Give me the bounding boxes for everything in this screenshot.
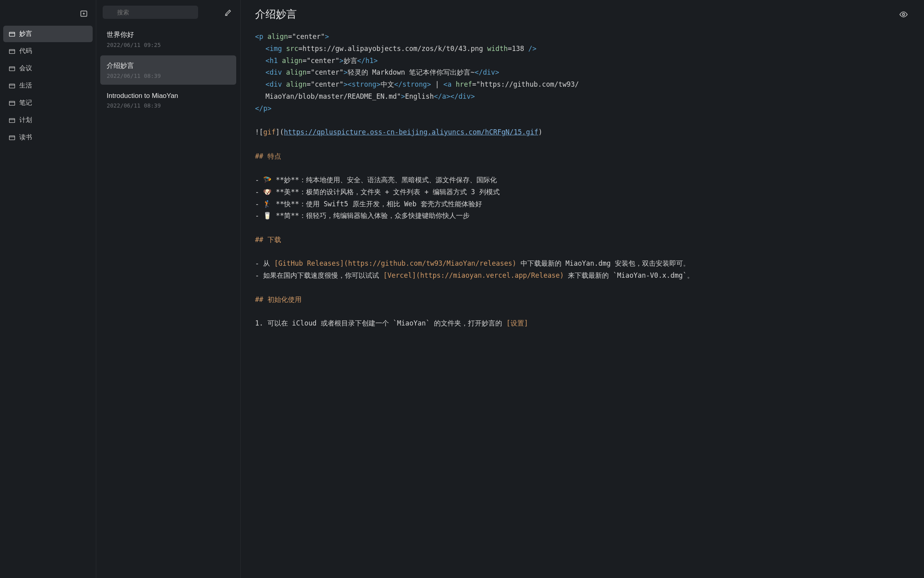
feat-2: - 🐶 **美**：极简的设计风格，文件夹 + 文件列表 + 编辑器方式 3 列…: [255, 186, 910, 198]
h2-init-mark: ##: [255, 295, 267, 303]
dl1-link-url: (https://github.com/tw93/MiaoYan/release…: [344, 259, 517, 267]
h2-download: 下载: [267, 236, 281, 244]
lang-cn: 中文: [381, 80, 394, 88]
folder-icon: [9, 134, 15, 141]
svg-rect-11: [9, 101, 14, 105]
folder-label: 读书: [19, 133, 32, 142]
dl2-link-text: [Vercel]: [383, 271, 416, 279]
folder-icon: [9, 117, 15, 124]
dl1-link-text: [GitHub Releases]: [274, 259, 344, 267]
feat-3: - 🏌🏽 **快**：使用 Swift5 原生开发，相比 Web 套壳方式性能体…: [255, 198, 910, 210]
h2-download-mark: ##: [255, 236, 267, 244]
lang-en: English: [405, 92, 434, 100]
note-title: 介绍妙言: [107, 61, 230, 70]
folder-item-notes[interactable]: 笔记: [3, 95, 93, 111]
note-title: Introduction to MiaoYan: [107, 92, 230, 100]
add-folder-icon: [80, 10, 88, 18]
svg-rect-13: [9, 118, 14, 122]
svg-rect-9: [9, 84, 14, 88]
svg-rect-5: [9, 49, 14, 53]
svg-rect-3: [9, 32, 14, 36]
init-1: 1. 可以在 iCloud 或者根目录下创建一个 `MiaoYan` 的文件夹，…: [255, 317, 910, 330]
folder-icon: [9, 31, 15, 37]
dl1-post: 中下载最新的 MiaoYan.dmg 安装包，双击安装即可。: [517, 259, 690, 267]
note-list-header: [96, 0, 240, 24]
svg-point-20: [902, 13, 905, 16]
note-item[interactable]: 介绍妙言 2022/06/11 08:39: [100, 55, 236, 85]
folder-label: 笔记: [19, 99, 32, 107]
new-note-button[interactable]: [223, 7, 234, 18]
sidebar: 妙言 代码 会议 生活 笔记: [0, 0, 96, 578]
svg-rect-15: [9, 136, 14, 140]
new-folder-button[interactable]: [78, 8, 89, 19]
note-date: 2022/06/11 08:39: [107, 102, 230, 109]
note-item[interactable]: Introduction to MiaoYan 2022/06/11 08:39: [100, 86, 236, 114]
slogan-text: 轻灵的 Markdown 笔记本伴你写出妙言~: [348, 68, 475, 76]
folder-item-plan[interactable]: 计划: [3, 112, 93, 128]
h2-features: 特点: [267, 152, 281, 160]
folder-label: 会议: [19, 64, 32, 73]
h2-features-mark: ##: [255, 152, 267, 160]
svg-rect-7: [9, 67, 14, 71]
dl2-post: 来下载最新的 `MiaoYan-V0.x.dmg`。: [564, 271, 694, 279]
folder-icon: [9, 83, 15, 89]
compose-icon: [224, 8, 232, 16]
h1-text: 妙言: [344, 57, 357, 65]
gif-link[interactable]: https://qpluspicture.oss-cn-beijing.aliy…: [284, 128, 539, 136]
dl1-pre: - 从: [255, 259, 274, 267]
search-wrapper: [103, 6, 219, 19]
dl2-link-url: (https://miaoyan.vercel.app/Release): [416, 271, 564, 279]
eye-icon: [899, 10, 908, 19]
folder-list: 妙言 代码 会议 生活 笔记: [0, 26, 96, 147]
search-input[interactable]: [103, 6, 198, 19]
note-item[interactable]: 世界你好 2022/06/11 09:25: [100, 24, 236, 54]
folder-item-reading[interactable]: 读书: [3, 129, 93, 146]
folder-icon: [9, 48, 15, 55]
folder-icon: [9, 65, 15, 72]
folder-label: 妙言: [19, 30, 32, 38]
feat-1: - 🪂 **妙**：纯本地使用、安全、语法高亮、黑暗模式、源文件保存、国际化: [255, 174, 910, 186]
notes-list: 世界你好 2022/06/11 09:25 介绍妙言 2022/06/11 08…: [96, 24, 240, 116]
editor-body[interactable]: <p align="center"> <img src=https://gw.a…: [241, 26, 924, 578]
dl2-pre: - 如果在国内下载速度很慢，你可以试试: [255, 271, 383, 279]
folder-item-code[interactable]: 代码: [3, 43, 93, 59]
editor-title: 介绍妙言: [255, 7, 297, 21]
note-date: 2022/06/11 09:25: [107, 42, 230, 48]
folder-item-miaoyan[interactable]: 妙言: [3, 26, 93, 42]
editor-panel: 介绍妙言 <p align="center"> <img src=https:/…: [241, 0, 924, 578]
preview-toggle-button[interactable]: [898, 8, 910, 20]
folder-item-meeting[interactable]: 会议: [3, 60, 93, 77]
h2-init: 初始化使用: [267, 295, 302, 303]
sidebar-header: [0, 5, 96, 26]
editor-header: 介绍妙言: [241, 0, 924, 26]
folder-label: 代码: [19, 47, 32, 55]
note-list-panel: 世界你好 2022/06/11 09:25 介绍妙言 2022/06/11 08…: [96, 0, 241, 578]
note-date: 2022/06/11 08:39: [107, 73, 230, 79]
folder-label: 计划: [19, 116, 32, 124]
note-title: 世界你好: [107, 30, 230, 39]
feat-4: - 🥛 **简**：很轻巧，纯编辑器输入体验，众多快捷键助你快人一步: [255, 210, 910, 222]
folder-icon: [9, 100, 15, 106]
folder-label: 生活: [19, 81, 32, 90]
folder-item-life[interactable]: 生活: [3, 77, 93, 94]
